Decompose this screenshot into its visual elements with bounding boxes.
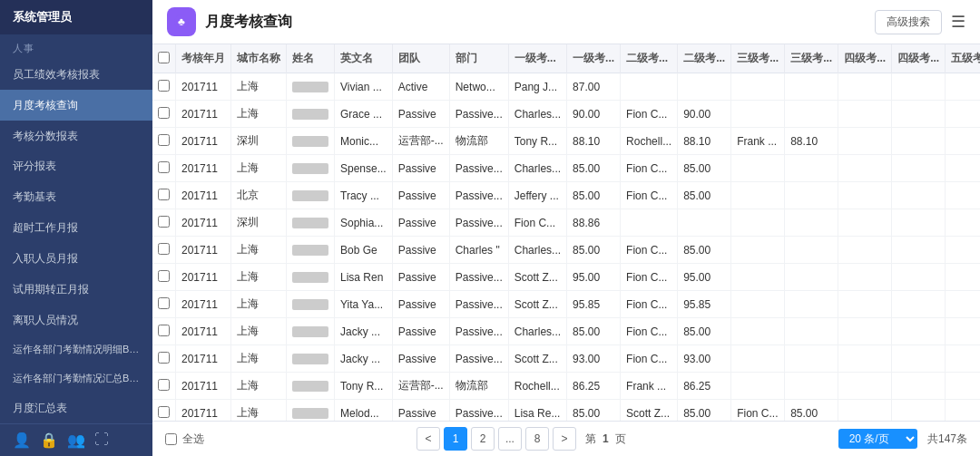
- row-l2a: Fion C...: [621, 237, 678, 264]
- table-row: 201711上海Vivian ...ActiveNetwo...Pang J..…: [152, 73, 980, 101]
- row-l3s: [785, 318, 838, 345]
- row-checkbox: [152, 155, 176, 182]
- row-en-name: Monic...: [335, 128, 393, 155]
- row-l5a: [946, 209, 980, 237]
- row-l1a: Fion C...: [508, 209, 566, 237]
- row-l3a: [731, 318, 785, 345]
- row-select-checkbox[interactable]: [158, 80, 170, 92]
- row-select-checkbox[interactable]: [158, 270, 170, 282]
- row-dept: Passive...: [449, 400, 508, 422]
- col-checkbox: [152, 44, 176, 73]
- row-dept: Passive...: [449, 182, 508, 209]
- person-icon[interactable]: 👤: [13, 432, 31, 449]
- row-l1a: Scott Z...: [508, 345, 566, 373]
- sidebar: 系统管理员 人事 员工绩效考核报表 月度考核查询 考核分数报表 评分报表 考勤基…: [0, 0, 152, 456]
- row-select-checkbox[interactable]: [158, 379, 170, 391]
- sidebar-item-probation-monthly[interactable]: 试用期转正月报: [0, 274, 152, 305]
- row-l1s: 85.00: [567, 155, 621, 182]
- row-l2a: Fion C...: [621, 182, 678, 209]
- sidebar-item-perf-report[interactable]: 员工绩效考核报表: [0, 59, 152, 90]
- row-en-name: Grace ...: [335, 101, 393, 128]
- row-city: 深圳: [231, 128, 287, 155]
- sidebar-item-score-report[interactable]: 考核分数报表: [0, 121, 152, 151]
- row-team: Passive: [392, 264, 449, 291]
- menu-icon[interactable]: ☰: [951, 12, 965, 32]
- page-8-button[interactable]: 8: [525, 427, 549, 451]
- table-row: 201711上海Spense...PassivePassive...Charle…: [152, 155, 980, 182]
- row-select-checkbox[interactable]: [158, 297, 170, 309]
- prev-page-button[interactable]: <: [416, 427, 440, 451]
- row-l4s: [892, 155, 946, 182]
- row-l2a: Scott Z...: [621, 400, 678, 422]
- row-year: 201711: [176, 264, 231, 291]
- row-l1s: 88.10: [567, 128, 621, 155]
- row-team: Passive: [392, 182, 449, 209]
- row-select-checkbox[interactable]: [158, 107, 170, 119]
- per-page-select[interactable]: 20 条/页 50 条/页 100 条/页: [838, 429, 917, 449]
- row-select-checkbox[interactable]: [158, 243, 170, 255]
- sidebar-item-monthly-check[interactable]: 月度考核查询: [0, 90, 152, 121]
- expand-icon[interactable]: ⛶: [94, 432, 109, 449]
- data-table: 考核年月 城市名称 姓名 英文名 团队 部门 一级考... 一级考... 二级考…: [152, 44, 980, 421]
- sidebar-item-resign-status[interactable]: 离职人员情况: [0, 305, 152, 335]
- col-en-name: 英文名: [335, 44, 393, 73]
- row-city: 上海: [231, 264, 287, 291]
- row-select-checkbox[interactable]: [158, 161, 170, 173]
- sidebar-item-onboard-monthly[interactable]: 入职人员月报: [0, 243, 152, 274]
- row-year: 201711: [176, 400, 231, 422]
- group-icon[interactable]: 👥: [67, 432, 85, 449]
- row-dept: Passive...: [449, 318, 508, 345]
- row-l1a: Scott Z...: [508, 264, 566, 291]
- lock-icon[interactable]: 🔒: [40, 432, 58, 449]
- pagination: < 1 2 ... 8 > 第 1 页: [416, 427, 626, 451]
- row-l3a: [731, 101, 785, 128]
- sidebar-item-rating-report[interactable]: 评分报表: [0, 150, 152, 181]
- row-city: 上海: [231, 73, 287, 101]
- sidebar-item-monthly-summary[interactable]: 月度汇总表: [0, 393, 152, 423]
- row-l1s: 85.00: [567, 182, 621, 209]
- sidebar-item-overtime-monthly[interactable]: 超时工作月报: [0, 212, 152, 243]
- table-row: 201711上海Melod...PassivePassive...Lisa Re…: [152, 400, 980, 422]
- row-l4a: [838, 318, 892, 345]
- row-select-checkbox[interactable]: [158, 134, 170, 146]
- sidebar-item-ops-attendance-detail[interactable]: 运作各部门考勤情况明细BY部: [0, 335, 152, 364]
- row-l1a: Charles...: [508, 101, 566, 128]
- col-team: 团队: [392, 44, 449, 73]
- row-dept: Passive...: [449, 345, 508, 373]
- advanced-search-button[interactable]: 高级搜索: [875, 10, 942, 34]
- row-select-checkbox[interactable]: [158, 352, 170, 364]
- row-l4s: [892, 400, 946, 422]
- row-name: [287, 209, 335, 237]
- header-checkbox[interactable]: [158, 52, 170, 63]
- row-select-checkbox[interactable]: [158, 325, 170, 336]
- row-select-checkbox[interactable]: [158, 216, 170, 228]
- row-l4a: [838, 345, 892, 373]
- row-l2s: 85.00: [678, 318, 731, 345]
- main-content: ♣ 月度考核查询 高级搜索 ☰ 考核年月 城市名称 姓名 英文名 团队 部门 一…: [152, 0, 980, 456]
- row-team: Passive: [392, 209, 449, 237]
- next-page-button[interactable]: >: [553, 427, 576, 451]
- row-l5a: [946, 128, 980, 155]
- row-checkbox: [152, 264, 176, 291]
- row-l3s: [785, 182, 838, 209]
- row-l4a: [838, 209, 892, 237]
- row-checkbox: [152, 209, 176, 237]
- page-1-button[interactable]: 1: [444, 427, 467, 451]
- sidebar-footer: 👤 🔒 👥 ⛶: [0, 423, 152, 456]
- row-select-checkbox[interactable]: [158, 189, 170, 200]
- row-select-checkbox[interactable]: [158, 406, 170, 418]
- page-2-button[interactable]: 2: [471, 427, 495, 451]
- table-row: 201711北京Tracy ...PassivePassive...Jeffer…: [152, 182, 980, 209]
- sidebar-item-attendance-base[interactable]: 考勤基表: [0, 181, 152, 212]
- sidebar-item-ops-attendance-summary[interactable]: 运作各部门考勤情况汇总BY部: [0, 364, 152, 393]
- row-l2s: 85.00: [678, 182, 731, 209]
- row-l1s: 95.85: [567, 291, 621, 318]
- row-city: 上海: [231, 400, 287, 422]
- col-l1a: 一级考...: [508, 44, 566, 73]
- row-l2s: 90.00: [678, 101, 731, 128]
- select-all-checkbox[interactable]: [165, 433, 177, 445]
- row-en-name: Melod...: [335, 400, 393, 422]
- row-l3a: [731, 345, 785, 373]
- page-label: 第: [585, 432, 596, 447]
- col-name: 姓名: [287, 44, 335, 73]
